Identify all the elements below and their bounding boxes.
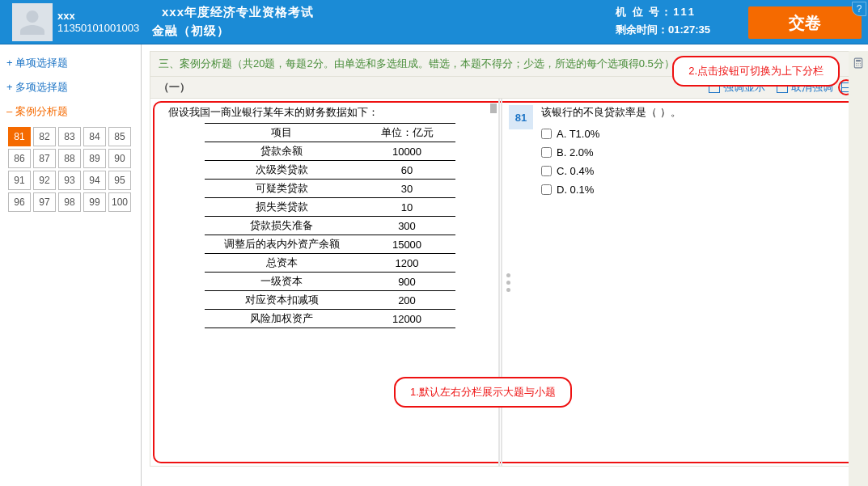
time-label: 剩余时间： [616, 23, 668, 36]
svg-point-6 [857, 65, 858, 66]
user-name: xxx [57, 10, 139, 22]
case-intro: 假设我国一商业银行某年末的财务数据如下： [168, 105, 492, 120]
svg-point-7 [860, 65, 861, 66]
exam-title-sub: 金融（初级） [152, 23, 314, 39]
question-number-cell[interactable]: 90 [108, 149, 131, 168]
nav-item[interactable]: 单项选择题 [3, 51, 138, 75]
table-cell: 贷款损失准备 [205, 217, 358, 235]
table-cell: 15000 [358, 235, 455, 254]
table-cell: 风险加权资产 [205, 310, 358, 328]
option-label: C. 0.4% [557, 165, 594, 177]
calculator-panel-toggle[interactable] [849, 51, 868, 486]
nav-item[interactable]: 多项选择题 [3, 75, 138, 99]
group-label: （一） [159, 80, 697, 95]
table-cell: 调整后的表内外资产余额 [205, 235, 358, 254]
question-number-cell[interactable]: 82 [33, 127, 56, 146]
pane-resize-handle[interactable] [502, 99, 514, 466]
option-checkbox[interactable] [541, 184, 552, 195]
avatar [12, 3, 53, 41]
submit-button[interactable]: 交卷 [748, 6, 862, 39]
question-number-cell[interactable]: 96 [8, 192, 31, 212]
table-cell: 300 [358, 217, 455, 235]
option-row[interactable]: B. 2.0% [541, 146, 851, 158]
option-label: A. T1.0% [557, 128, 599, 140]
svg-rect-1 [856, 60, 861, 61]
nav-item[interactable]: 案例分析题 [3, 99, 138, 124]
table-cell: 200 [358, 291, 455, 310]
option-checkbox[interactable] [541, 166, 552, 176]
table-cell: 12000 [358, 310, 455, 328]
table-header: 项目 [205, 124, 358, 142]
table-cell: 1200 [358, 254, 455, 273]
case-data-table: 项目单位：亿元贷款余额10000次级类贷款60可疑类贷款30损失类贷款10贷款损… [205, 123, 455, 328]
question-pane: 81 该银行的不良贷款率是（ ）。 A. T1.0%B. 2.0%C. 0.4%… [502, 99, 859, 466]
table-cell: 对应资本扣减项 [205, 291, 358, 310]
svg-point-3 [857, 63, 858, 64]
svg-point-4 [860, 63, 861, 64]
table-cell: 10000 [358, 142, 455, 161]
time-value: 01:27:35 [668, 23, 710, 36]
question-number-cell[interactable]: 87 [33, 149, 56, 168]
table-cell: 一级资本 [205, 273, 358, 291]
table-header: 单位：亿元 [358, 124, 455, 142]
question-number-cell[interactable]: 95 [108, 171, 131, 190]
question-number-cell[interactable]: 85 [108, 127, 131, 146]
question-number-cell[interactable]: 97 [33, 192, 56, 212]
question-number-cell[interactable]: 100 [108, 192, 131, 212]
exam-meta: 机 位 号：111 剩余时间：01:27:35 [616, 5, 710, 37]
table-cell: 贷款余额 [205, 142, 358, 161]
user-id: 11350101001003 [57, 22, 139, 34]
question-number-cell[interactable]: 89 [83, 149, 106, 168]
option-label: D. 0.1% [557, 184, 594, 196]
question-number-cell[interactable]: 88 [58, 149, 81, 168]
case-pane: 假设我国一商业银行某年末的财务数据如下： 项目单位：亿元贷款余额10000次级类… [150, 99, 502, 466]
annotation-2: 2.点击按钮可切换为上下分栏 [672, 56, 840, 87]
svg-point-2 [856, 63, 857, 64]
question-number-cell[interactable]: 93 [58, 171, 81, 190]
option-checkbox[interactable] [541, 147, 552, 158]
table-cell: 60 [358, 161, 455, 180]
content-panels: 假设我国一商业银行某年末的财务数据如下： 项目单位：亿元贷款余额10000次级类… [150, 99, 860, 467]
calculator-icon [853, 57, 864, 69]
question-number-cell[interactable]: 86 [8, 149, 31, 168]
table-cell: 总资本 [205, 254, 358, 273]
question-number-cell[interactable]: 83 [58, 127, 81, 146]
question-number-cell[interactable]: 81 [8, 127, 31, 146]
annotation-1: 1.默认左右分栏展示大题与小题 [394, 377, 572, 408]
svg-point-5 [856, 65, 857, 66]
question-number-cell[interactable]: 99 [83, 192, 106, 212]
option-row[interactable]: D. 0.1% [541, 184, 851, 196]
option-row[interactable]: A. T1.0% [541, 128, 851, 140]
question-number-cell[interactable]: 91 [8, 171, 31, 190]
exam-title-main: xxx年度经济专业资格考试 [162, 5, 314, 20]
table-cell: 30 [358, 180, 455, 198]
seat-label: 机 位 号： [616, 6, 673, 18]
user-block: xxx 11350101001003 [57, 0, 139, 44]
seat-value: 111 [673, 6, 696, 18]
app-header: xxx 11350101001003 xxx年度经济专业资格考试 金融（初级） … [0, 0, 868, 44]
option-row[interactable]: C. 0.4% [541, 165, 851, 177]
scrollbar[interactable] [490, 104, 497, 113]
question-stem: 该银行的不良贷款率是（ ）。 [541, 105, 851, 120]
table-cell: 10 [358, 198, 455, 217]
question-number-grid: 8182838485868788899091929394959697989910… [3, 124, 138, 212]
table-cell: 可疑类贷款 [205, 180, 358, 198]
table-cell: 损失类贷款 [205, 198, 358, 217]
question-number-cell[interactable]: 94 [83, 171, 106, 190]
question-number-cell[interactable]: 98 [58, 192, 81, 212]
table-cell: 次级类贷款 [205, 161, 358, 180]
option-checkbox[interactable] [541, 129, 552, 139]
question-number-cell[interactable]: 84 [83, 127, 106, 146]
sidebar: 单项选择题多项选择题案例分析题 818283848586878889909192… [0, 44, 142, 486]
table-cell: 900 [358, 273, 455, 291]
option-label: B. 2.0% [557, 146, 594, 158]
help-icon[interactable]: ? [852, 2, 866, 16]
exam-title: xxx年度经济专业资格考试 金融（初级） [162, 5, 314, 39]
question-number-cell[interactable]: 92 [33, 171, 56, 190]
